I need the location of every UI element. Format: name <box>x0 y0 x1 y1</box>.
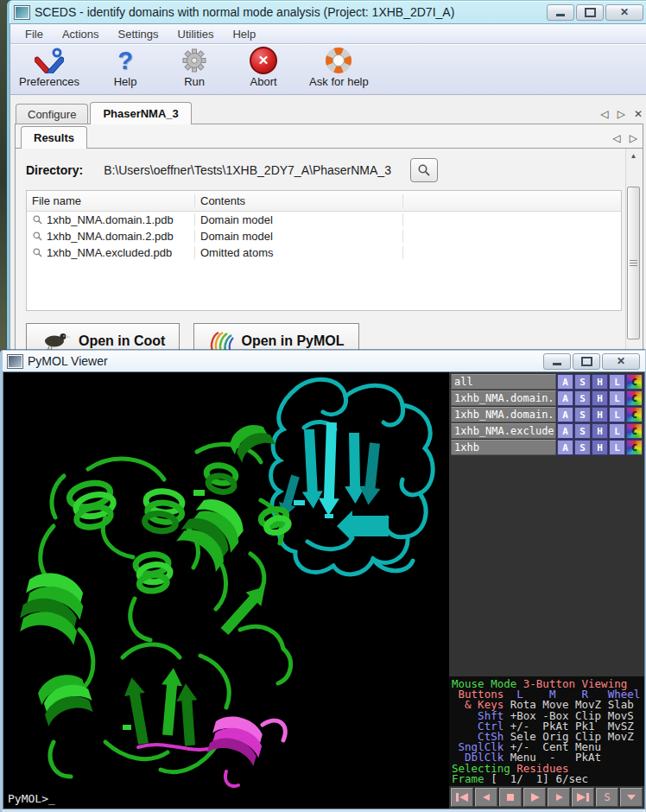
object-name[interactable]: all <box>451 374 556 390</box>
object-name[interactable]: 1xhb_NMA.exclude <box>451 423 556 439</box>
file-name: 1xhb_NMA.domain.2.pdb <box>47 230 174 243</box>
minimize-button[interactable] <box>543 353 571 370</box>
hide-menu-button[interactable]: H <box>592 390 608 406</box>
step-forward-button[interactable] <box>548 788 570 807</box>
menu-utilities[interactable]: Utilities <box>170 26 222 42</box>
hide-menu-button[interactable]: H <box>592 407 608 422</box>
label-menu-button[interactable]: L <box>609 390 625 406</box>
tab-phasernma-3[interactable]: PhaserNMA_3 <box>90 102 191 124</box>
magnifier-icon <box>32 231 43 242</box>
tab-prev-icon[interactable]: ◁ <box>600 108 608 120</box>
s-button-label: S <box>604 791 610 803</box>
tab-next-icon[interactable]: ▷ <box>630 132 637 144</box>
label-menu-button[interactable]: L <box>609 440 625 455</box>
action-menu-button[interactable]: A <box>557 390 573 406</box>
minimize-button[interactable] <box>547 4 574 21</box>
frame-menu-button[interactable] <box>620 788 643 807</box>
skip-to-end-icon <box>577 793 589 802</box>
hide-menu-button[interactable]: H <box>592 440 608 455</box>
s-button[interactable]: S <box>596 788 618 807</box>
action-menu-button[interactable]: A <box>557 423 573 439</box>
show-menu-button[interactable]: S <box>574 390 591 406</box>
menu-help[interactable]: Help <box>225 26 263 42</box>
toolbar-label: Preferences <box>19 75 79 88</box>
tab-configure[interactable]: Configure <box>16 104 88 124</box>
lifebuoy-icon <box>326 47 352 74</box>
menu-settings[interactable]: Settings <box>111 26 167 42</box>
menu-file[interactable]: File <box>17 26 51 42</box>
maximize-button[interactable] <box>576 4 604 21</box>
stop-button[interactable] <box>499 788 522 807</box>
step-back-button[interactable] <box>475 788 497 807</box>
color-menu-button[interactable]: C <box>626 440 643 455</box>
minimize-icon <box>556 14 565 16</box>
pymol-titlebar[interactable]: PyMOL Viewer ✕ <box>3 351 645 371</box>
preferences-button[interactable]: Preferences <box>19 47 79 88</box>
skip-to-start-button[interactable] <box>451 788 473 807</box>
tab-next-icon[interactable]: ▷ <box>618 108 625 120</box>
object-row[interactable]: all A S H L C <box>451 374 643 390</box>
object-row[interactable]: 1xhb_NMA.domain. A S H L C <box>451 407 643 422</box>
run-button[interactable]: Run <box>171 47 218 88</box>
scroll-up-icon[interactable]: ▲ <box>626 149 641 162</box>
hide-menu-button[interactable]: H <box>592 423 608 439</box>
main-tabstrip: Configure PhaserNMA_3 ◁ ▷ ✕ <box>10 100 646 124</box>
close-button[interactable]: ✕ <box>602 353 640 370</box>
skip-to-end-button[interactable] <box>572 788 594 807</box>
tab-close-icon[interactable]: ✕ <box>634 108 643 120</box>
object-row[interactable]: 1xhb_NMA.exclude A S H L C <box>451 423 643 439</box>
scrollbar-track[interactable] <box>626 162 641 351</box>
action-menu-button[interactable]: A <box>557 374 573 390</box>
pymol-3d-viewport[interactable]: PyMOL>_ <box>3 372 449 809</box>
sceds-titlebar[interactable]: SCEDS - identify domains with normal mod… <box>10 1 646 23</box>
tab-prev-icon[interactable]: ◁ <box>613 132 621 144</box>
panel-spacer <box>449 456 644 676</box>
file-contents: Omitted atoms <box>195 246 403 259</box>
show-menu-button[interactable]: S <box>574 407 591 422</box>
table-row[interactable]: 1xhb_NMA.domain.1.pdb Domain model <box>27 212 621 228</box>
play-button[interactable] <box>523 788 546 807</box>
color-menu-button[interactable]: C <box>626 407 643 422</box>
maximize-icon <box>581 357 592 366</box>
object-row[interactable]: 1xhb_NMA.domain. A S H L C <box>451 390 643 406</box>
scrollbar-thumb[interactable] <box>627 187 640 339</box>
color-menu-button[interactable]: C <box>626 390 643 406</box>
action-menu-button[interactable]: A <box>557 440 573 455</box>
label-menu-button[interactable]: L <box>609 374 625 390</box>
object-name[interactable]: 1xhb_NMA.domain. <box>451 390 556 406</box>
tab-results[interactable]: Results <box>21 126 87 149</box>
close-button[interactable]: ✕ <box>605 4 643 21</box>
sceds-window-title: SCEDS - identify domains with normal mod… <box>35 5 454 19</box>
magnifier-icon <box>32 247 43 258</box>
object-name[interactable]: 1xhb <box>451 440 556 455</box>
column-contents[interactable]: Contents <box>195 194 403 207</box>
show-menu-button[interactable]: S <box>574 374 591 390</box>
color-menu-button[interactable]: C <box>626 423 643 439</box>
table-row[interactable]: 1xhb_NMA.domain.2.pdb Domain model <box>27 228 621 244</box>
magnifier-icon <box>32 214 43 225</box>
menu-actions[interactable]: Actions <box>54 26 107 42</box>
show-menu-button[interactable]: S <box>574 440 591 455</box>
ask-for-help-button[interactable]: Ask for help <box>309 47 369 88</box>
object-row[interactable]: 1xhb A S H L C <box>451 440 643 455</box>
file-table-header[interactable]: File name Contents <box>27 191 621 212</box>
show-menu-button[interactable]: S <box>574 423 591 439</box>
toolbar-label: Run <box>184 75 205 88</box>
frame-menu-icon <box>625 793 637 802</box>
hide-menu-button[interactable]: H <box>592 374 608 390</box>
abort-button[interactable]: ✕ Abort <box>240 47 287 88</box>
table-row[interactable]: 1xhb_NMA.excluded.pdb Omitted atoms <box>27 244 621 261</box>
label-menu-button[interactable]: L <box>609 423 625 439</box>
maximize-button[interactable] <box>573 353 600 370</box>
object-name[interactable]: 1xhb_NMA.domain. <box>451 407 556 422</box>
pymol-command-prompt[interactable]: PyMOL>_ <box>8 792 55 805</box>
help-button[interactable]: ? Help <box>102 47 149 88</box>
color-menu-button[interactable]: C <box>626 374 643 390</box>
label-menu-button[interactable]: L <box>609 407 625 422</box>
minimize-icon <box>553 363 561 365</box>
playback-controls: S <box>449 786 644 809</box>
results-scrollbar[interactable]: ▲ ▼ <box>625 149 641 356</box>
browse-directory-button[interactable] <box>410 158 438 182</box>
action-menu-button[interactable]: A <box>557 407 573 422</box>
column-file-name[interactable]: File name <box>27 194 195 207</box>
